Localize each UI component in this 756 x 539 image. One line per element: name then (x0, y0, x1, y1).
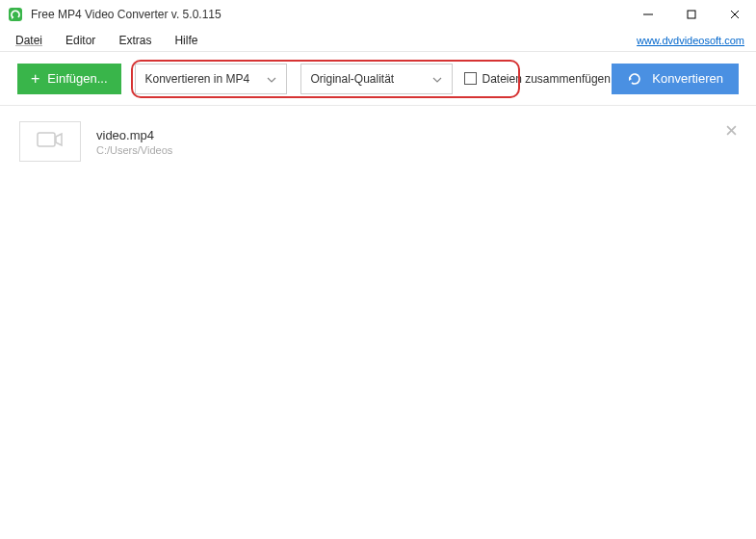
close-icon (726, 125, 737, 136)
convert-label: Konvertieren (652, 71, 723, 86)
menu-hilfe[interactable]: Hilfe (163, 34, 209, 47)
menu-datei[interactable]: Datei (12, 34, 54, 47)
merge-checkbox-label: Dateien zusammenfügen (482, 72, 611, 86)
svg-rect-0 (9, 8, 22, 21)
file-path: C:/Users/Videos (96, 144, 172, 156)
file-info: video.mp4 C:/Users/Videos (96, 128, 172, 156)
minimize-button[interactable] (626, 0, 669, 28)
svg-marker-8 (56, 134, 62, 145)
chevron-down-icon (432, 72, 442, 86)
file-list: video.mp4 C:/Users/Videos (0, 106, 756, 177)
file-thumbnail (19, 121, 81, 162)
plus-icon: + (31, 71, 39, 87)
merge-checkbox[interactable]: Dateien zusammenfügen (464, 72, 611, 86)
menu-extras[interactable]: Extras (107, 34, 163, 47)
toolbar: + Einfügen... Konvertieren in MP4 Origin… (0, 52, 756, 106)
file-name: video.mp4 (96, 128, 172, 142)
format-select-value: Konvertieren in MP4 (145, 72, 250, 86)
window-title: Free MP4 Video Converter v. 5.0.115 (31, 8, 626, 21)
remove-file-button[interactable] (726, 123, 737, 139)
menubar: Datei Editor Extras Hilfe www.dvdvideoso… (0, 29, 756, 52)
checkbox-box-icon (464, 72, 477, 85)
menu-editor[interactable]: Editor (54, 34, 107, 47)
quality-select-value: Original-Qualität (311, 72, 395, 86)
svg-rect-7 (38, 133, 55, 146)
close-button[interactable] (713, 0, 756, 28)
chevron-down-icon (267, 72, 276, 86)
add-file-label: Einfügen... (47, 71, 107, 86)
svg-rect-3 (688, 11, 695, 18)
titlebar: Free MP4 Video Converter v. 5.0.115 (0, 0, 756, 29)
maximize-button[interactable] (669, 0, 713, 28)
quality-select[interactable]: Original-Qualität (300, 64, 453, 94)
window-controls (626, 0, 756, 28)
refresh-icon (627, 71, 642, 87)
convert-button[interactable]: Konvertieren (612, 64, 739, 94)
website-link[interactable]: www.dvdvideosoft.com (637, 35, 744, 46)
format-select[interactable]: Konvertieren in MP4 (135, 64, 287, 94)
file-row[interactable]: video.mp4 C:/Users/Videos (0, 114, 756, 169)
app-icon (8, 7, 23, 22)
add-file-button[interactable]: + Einfügen... (17, 64, 121, 94)
